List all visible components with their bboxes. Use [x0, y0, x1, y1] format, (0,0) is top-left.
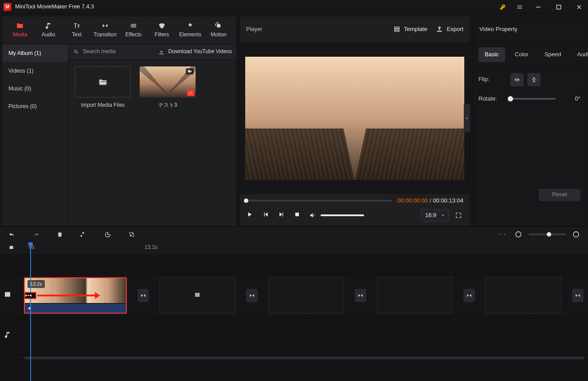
- transition-slot-4[interactable]: [463, 289, 475, 302]
- transition-slot-2[interactable]: [246, 289, 258, 302]
- selected-check-icon: [187, 90, 194, 96]
- tool-effects-label: Effects: [125, 31, 141, 39]
- media-clip-card[interactable]: テスト3: [140, 66, 196, 109]
- rotate-slider[interactable]: [510, 98, 556, 100]
- transition-slot-3[interactable]: [355, 289, 366, 302]
- video-badge-icon: [186, 68, 194, 74]
- seek-bar[interactable]: 00:00:00:00 / 00:00:13:04: [246, 197, 463, 205]
- sidebar-item-album[interactable]: My Album (1): [2, 44, 68, 62]
- zoom-out-icon: [515, 231, 522, 238]
- tool-audio[interactable]: Audio: [34, 19, 63, 41]
- template-button[interactable]: Template: [393, 26, 427, 33]
- tools-tabs: Media Audio Text Transition Effects: [2, 16, 236, 44]
- activate-icon[interactable]: [498, 3, 507, 12]
- player-canvas[interactable]: [245, 57, 464, 180]
- split-button[interactable]: [78, 229, 90, 240]
- folder-open-icon: [98, 77, 108, 87]
- sidebar-item-pictures[interactable]: Pictures (0): [2, 97, 68, 115]
- transition-slot-1[interactable]: [137, 289, 149, 302]
- time-current: 00:00:00:00: [397, 197, 428, 205]
- speed-button[interactable]: [102, 229, 114, 240]
- volume-control[interactable]: [309, 212, 364, 219]
- video-property-panel: Video Property Basic Color Speed Audio F…: [473, 16, 586, 226]
- transition-slot-5[interactable]: [572, 289, 584, 302]
- aspect-ratio-select[interactable]: 16:9: [421, 209, 449, 222]
- timeline-scrollbar[interactable]: [0, 355, 588, 360]
- playhead[interactable]: [30, 242, 31, 381]
- timeline-clip[interactable]: 13.2s: [24, 277, 127, 314]
- flip-horizontal-button[interactable]: [510, 73, 524, 86]
- clip-left-trim-handle[interactable]: [24, 292, 36, 299]
- play-button[interactable]: [246, 211, 253, 220]
- video-lane[interactable]: 13.2s: [0, 274, 588, 318]
- import-media-thumb[interactable]: [75, 66, 131, 97]
- window-minimize-button[interactable]: [532, 1, 545, 13]
- drop-slot-2[interactable]: [268, 277, 344, 314]
- tab-speed[interactable]: Speed: [538, 47, 568, 62]
- effects-icon: [129, 22, 137, 30]
- stop-button[interactable]: [294, 211, 300, 220]
- overlay-lane[interactable]: [0, 255, 588, 274]
- search-icon: [73, 49, 79, 55]
- drop-slot-1[interactable]: [159, 277, 235, 314]
- download-youtube[interactable]: Download YouTube Videos: [158, 48, 232, 55]
- tool-filters[interactable]: Filters: [148, 19, 176, 41]
- next-frame-button[interactable]: [278, 211, 285, 220]
- zoom-in-button[interactable]: [570, 229, 582, 240]
- transition-icon: [101, 22, 109, 30]
- tool-transition[interactable]: Transition: [91, 19, 119, 41]
- add-track-button[interactable]: [0, 242, 24, 254]
- sidebar-item-videos[interactable]: Videos (1): [2, 62, 68, 80]
- flip-vertical-button[interactable]: [527, 73, 541, 86]
- tool-transition-label: Transition: [94, 31, 117, 39]
- title-bar: M MiniTool MovieMaker Free 7.4.3: [0, 0, 588, 14]
- redo-button[interactable]: [30, 229, 42, 240]
- crop-icon: [128, 231, 135, 238]
- tool-effects[interactable]: Effects: [119, 19, 148, 41]
- timeline-ruler[interactable]: 0s 13.2s: [0, 242, 588, 255]
- tab-basic[interactable]: Basic: [478, 47, 505, 62]
- player-panel: Player Template Export: [239, 16, 470, 226]
- tab-audio[interactable]: Audio: [571, 47, 588, 62]
- zoom-slider[interactable]: [529, 233, 566, 235]
- tool-audio-label: Audio: [42, 31, 55, 39]
- window-maximize-button[interactable]: [553, 1, 565, 13]
- gauge-icon: [104, 231, 111, 238]
- video-lane-icon: [4, 291, 12, 301]
- delete-button[interactable]: [54, 229, 66, 240]
- reset-button[interactable]: Reset: [539, 189, 580, 201]
- crop-button[interactable]: [126, 229, 137, 240]
- import-media-card[interactable]: Import Media Files: [75, 66, 131, 109]
- app-title: MiniTool MovieMaker Free 7.4.3: [15, 3, 94, 10]
- fullscreen-button[interactable]: [454, 210, 463, 220]
- sidebar-item-music[interactable]: Music (0): [2, 80, 68, 97]
- search-input[interactable]: Search media: [73, 48, 153, 55]
- media-thumb[interactable]: [140, 66, 196, 97]
- collapse-right-panel[interactable]: [464, 104, 470, 132]
- window-close-button[interactable]: [573, 1, 585, 13]
- drop-slot-4[interactable]: [486, 277, 561, 314]
- prev-frame-button[interactable]: [262, 211, 269, 220]
- tab-color[interactable]: Color: [509, 47, 535, 62]
- tool-text[interactable]: Text: [63, 19, 91, 41]
- tool-media[interactable]: Media: [6, 19, 34, 41]
- player-time: 00:00:00:00 / 00:00:13:04: [397, 197, 463, 205]
- zoom-out-button[interactable]: [513, 229, 524, 240]
- search-placeholder: Search media: [83, 48, 116, 55]
- hamburger-menu-icon[interactable]: [515, 3, 524, 12]
- fit-timeline-button[interactable]: [497, 229, 508, 240]
- library-panel: Media Audio Text Transition Effects: [2, 16, 237, 226]
- tool-elements-label: Elements: [179, 31, 201, 39]
- tool-filters-label: Filters: [155, 31, 169, 39]
- timeline: 0s 13.2s 13.2s: [0, 242, 588, 381]
- media-clip-name: テスト3: [158, 102, 177, 109]
- tool-motion[interactable]: Motion: [204, 19, 233, 41]
- tool-media-label: Media: [13, 31, 27, 39]
- volume-icon: [309, 212, 316, 219]
- app-logo: M: [4, 3, 12, 11]
- export-button[interactable]: Export: [436, 26, 463, 33]
- tool-elements[interactable]: Elements: [176, 19, 204, 41]
- undo-button[interactable]: [6, 229, 18, 240]
- drop-slot-3[interactable]: [377, 277, 453, 314]
- audio-lane[interactable]: [0, 318, 588, 355]
